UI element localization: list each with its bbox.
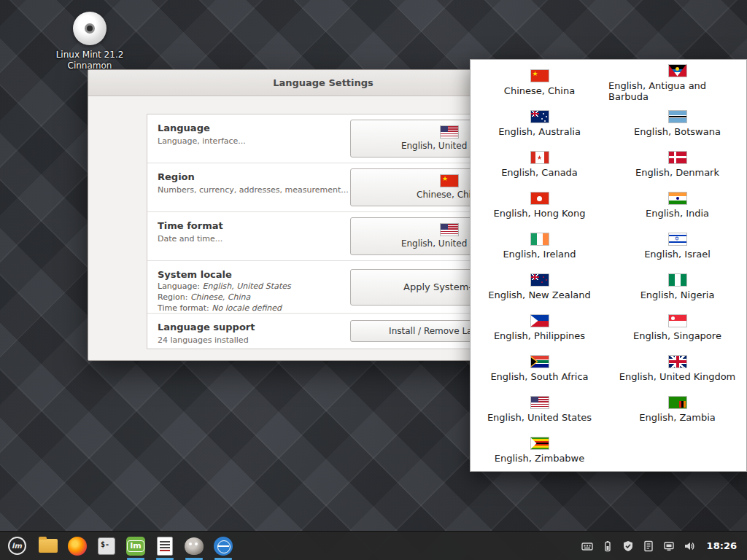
language-option-label: English, Australia [498,126,581,137]
clock[interactable]: 18:26 [707,540,737,551]
gb-flag-icon [669,356,686,368]
language-option-label: English, Nigeria [640,289,715,300]
nz-flag-icon [531,274,549,286]
language-option[interactable]: Chinese, China [471,63,608,104]
language-option-label: English, Denmark [635,167,719,178]
language-option-label: English, United Kingdom [619,371,736,382]
firefox-launcher[interactable] [63,532,92,560]
language-option-label: English, Zambia [639,412,716,423]
terminal-launcher[interactable]: $- [92,532,121,560]
language-option-label: English, Antigua and Barbuda [608,80,746,102]
language-option[interactable]: English, New Zealand [471,267,608,308]
volume-icon[interactable] [684,540,696,552]
ng-flag-icon [669,274,686,286]
disc-icon [73,12,107,45]
language-option-label: English, United States [487,412,592,423]
language-option[interactable]: English, Zimbabwe [471,430,608,471]
cn-flag-icon [531,70,549,82]
battery-icon[interactable] [602,540,614,552]
language-option-label: English, New Zealand [488,289,591,300]
language-option[interactable]: English, United Kingdom [608,349,746,389]
folder-icon [39,539,58,553]
keyboard-icon[interactable] [581,540,594,552]
mint-menu-button[interactable]: lm [0,532,34,560]
language-option[interactable]: English, Botswana [608,104,746,144]
system-tray: 18:26 [581,540,747,552]
language-grid: Chinese, ChinaEnglish, Antigua and Barbu… [471,60,746,471]
network-icon[interactable] [663,540,676,552]
language-option-label: English, Israel [644,249,711,260]
language-option[interactable]: English, Philippines [471,308,608,349]
language-option-label: English, Canada [501,167,578,178]
terminal-icon: $- [98,537,115,555]
gimp-launcher[interactable] [179,532,209,560]
ph-flag-icon [531,315,549,327]
language-option[interactable]: English, Australia [471,104,608,144]
language-option-label: English, Ireland [503,249,576,260]
language-option[interactable]: English, Canada [471,144,608,185]
zw-flag-icon [531,438,549,449]
files-launcher[interactable] [34,532,63,560]
ie-flag-icon [531,233,549,245]
desktop-icon-label: Linux Mint 21.2 Cinnamon [45,50,134,71]
mint-installer-icon: lm [126,537,145,556]
hk-flag-icon [531,192,549,204]
sg-flag-icon [669,315,686,327]
dk-flag-icon [669,152,686,163]
language-option[interactable]: English, Ireland [471,226,608,267]
language-option[interactable]: English, Antigua and Barbuda [608,63,746,104]
language-option-label: Chinese, China [504,85,575,96]
us-flag-icon [441,224,458,236]
us-flag-icon [441,126,458,138]
language-settings-icon [214,537,233,556]
text-editor-icon [157,537,173,556]
language-option-label: English, Hong Kong [494,208,586,219]
language-option-label: English, Philippines [494,330,585,341]
zm-flag-icon [669,397,686,408]
language-option[interactable]: English, United States [471,389,608,430]
au-flag-icon [531,111,549,122]
desktop: Linux Mint 21.2 Cinnamon Language Settin… [0,0,747,560]
language-option[interactable]: English, Hong Kong [471,185,608,226]
bw-flag-icon [669,111,686,122]
language-option[interactable]: English, South Africa [471,349,608,389]
mint-logo-icon: lm [8,537,26,555]
language-option[interactable]: English, Zambia [608,389,746,430]
running-indicator [214,558,232,560]
running-indicator [127,558,144,560]
language-option[interactable]: English, Israel [608,226,746,267]
language-dropdown-popup: Chinese, ChinaEnglish, Antigua and Barbu… [470,59,747,472]
running-indicator [185,558,203,560]
shield-icon[interactable] [622,540,635,552]
ca-flag-icon [531,152,549,163]
language-option-label: English, South Africa [490,371,588,382]
in-flag-icon [669,192,686,204]
language-option[interactable]: English, India [608,185,746,226]
us-flag-icon [531,397,549,408]
language-settings-launcher[interactable] [209,532,238,560]
window-title: Language Settings [273,77,374,88]
running-indicator [156,558,174,560]
language-option-label: English, India [646,208,709,219]
ag-flag-icon [669,65,686,77]
language-option-label: English, Botswana [634,126,721,137]
language-option[interactable]: English, Denmark [608,144,746,185]
cn-flag-icon [441,175,458,187]
text-editor-launcher[interactable] [150,532,179,560]
taskbar: lm $- lm [0,531,747,560]
language-option-label: English, Zimbabwe [495,453,585,464]
za-flag-icon [531,356,549,368]
il-flag-icon [669,233,686,245]
language-option[interactable]: English, Singapore [608,308,746,349]
desktop-icon-linux-mint-iso[interactable]: Linux Mint 21.2 Cinnamon [45,12,134,71]
firefox-icon [68,537,87,556]
gimp-icon [185,537,204,555]
mint-installer-launcher[interactable]: lm [121,532,150,560]
notes-icon[interactable] [643,540,655,552]
language-option-label: English, Singapore [633,330,721,341]
language-option[interactable]: English, Nigeria [608,267,746,308]
